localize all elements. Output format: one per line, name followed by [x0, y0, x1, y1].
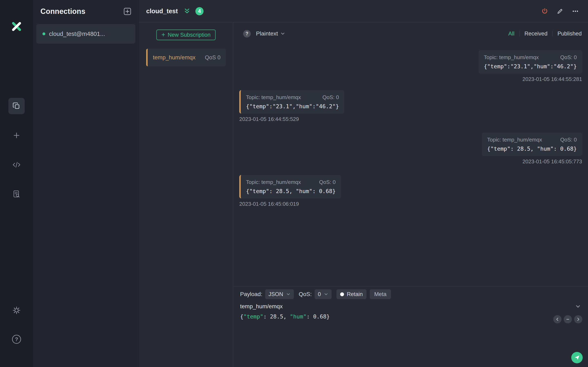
message-card: Topic: temp_hum/emqx QoS: 0 {"temp": 28.…: [239, 175, 341, 198]
connections-panel: Connections cloud_test@m4801...: [33, 0, 139, 367]
message-card-header: Topic: temp_hum/emqx QoS: 0: [246, 94, 339, 100]
message-card-header: Topic: temp_hum/emqx QoS: 0: [246, 179, 336, 185]
chevron-down-icon: [280, 31, 285, 36]
retain-toggle[interactable]: Retain: [337, 289, 366, 299]
payload-format-value: JSON: [268, 291, 283, 298]
message-topic: Topic: temp_hum/emqx: [246, 179, 301, 185]
filter-all[interactable]: All: [508, 31, 515, 37]
nav-items: [8, 98, 25, 202]
topic-input[interactable]: temp_hum/emqx: [240, 303, 283, 310]
page-title: cloud_test: [146, 8, 178, 15]
qos-value: 0: [318, 291, 321, 298]
message-topic: Topic: temp_hum/emqx: [484, 54, 539, 60]
topic-row: temp_hum/emqx: [240, 303, 581, 310]
message-payload: {"temp": 28.5, "hum": 0.68}: [246, 188, 336, 194]
retain-indicator-icon: [340, 292, 344, 296]
payload-text: : 0.68}: [306, 313, 330, 320]
nav-help-button[interactable]: [8, 331, 25, 347]
nav-connections-button[interactable]: [8, 98, 25, 114]
double-chevron-down-icon: [183, 8, 190, 15]
nav-script-button[interactable]: [8, 157, 25, 173]
meta-button[interactable]: Meta: [370, 289, 391, 299]
send-button[interactable]: [571, 352, 583, 363]
filter-divider: [552, 31, 553, 36]
chevron-down-icon: [324, 292, 328, 296]
edit-connection-button[interactable]: [557, 8, 563, 15]
message-qos: QoS: 0: [560, 137, 577, 143]
qos-label: QoS:: [299, 291, 312, 298]
add-connection-button[interactable]: [123, 8, 131, 15]
filter-received[interactable]: Received: [525, 31, 548, 37]
main-header: cloud_test 4: [139, 0, 588, 22]
connection-list-item[interactable]: cloud_test@m4801...: [36, 24, 135, 44]
minus-icon: [566, 317, 570, 322]
connections-icon: [12, 101, 21, 110]
arrow-right-icon: [576, 317, 580, 322]
message-card: Topic: temp_hum/emqx QoS: 0 {"temp":"23.…: [479, 50, 582, 74]
nav-settings-button[interactable]: [8, 302, 25, 318]
qos-select[interactable]: 0: [315, 289, 332, 299]
message-format-dropdown[interactable]: Plaintext: [256, 30, 285, 37]
new-subscription-button[interactable]: + New Subscription: [156, 30, 216, 40]
subscriptions-column: + New Subscription temp_hum/emqx QoS 0: [139, 22, 233, 367]
payload-text: {: [240, 313, 243, 320]
message-card: Topic: temp_hum/emqx QoS: 0 {"temp": 28.…: [482, 133, 582, 156]
connections-title: Connections: [40, 7, 85, 16]
mqttx-logo: [8, 18, 25, 35]
message-timestamp: 2023-01-05 16:45:06:019: [239, 201, 299, 207]
disconnect-button[interactable]: [541, 8, 548, 15]
filter-divider: [519, 31, 520, 36]
message-card-header: Topic: temp_hum/emqx QoS: 0: [484, 54, 577, 60]
message-timestamp: 2023-01-05 16:45:05:773: [522, 158, 582, 165]
payload-help-icon[interactable]: [243, 30, 251, 38]
subscription-topic: temp_hum/emqx: [153, 54, 201, 61]
more-options-button[interactable]: [572, 8, 579, 15]
app-window: Connections cloud_test@m4801... cloud_te…: [0, 0, 588, 367]
nav-log-button[interactable]: [8, 186, 25, 202]
help-icon: [12, 335, 21, 344]
publish-controls: Payload: JSON QoS: 0: [240, 289, 581, 299]
payload-editor[interactable]: {"temp": 28.5, "hum": 0.68}: [240, 313, 581, 321]
payload-text: : 28.5,: [263, 313, 290, 320]
message-qos: QoS: 0: [560, 54, 577, 60]
subscription-qos: QoS 0: [205, 54, 221, 61]
message-timestamp: 2023-01-05 16:44:55:281: [522, 76, 582, 82]
clear-payload-button[interactable]: [564, 315, 572, 323]
message-payload: {"temp":"23.1","hum":"46.2"}: [246, 103, 339, 109]
left-nav-rail: [0, 0, 33, 367]
expand-connection-button[interactable]: [183, 8, 190, 15]
payload-format-select[interactable]: JSON: [265, 289, 294, 299]
messages-toolbar: Plaintext All Received Published: [233, 22, 588, 45]
message-card: Topic: temp_hum/emqx QoS: 0 {"temp":"23.…: [239, 90, 344, 114]
previous-payload-button[interactable]: [553, 315, 562, 323]
message-qos: QoS: 0: [319, 179, 336, 185]
plus-icon: [12, 131, 21, 140]
message-topic: Topic: temp_hum/emqx: [246, 94, 301, 100]
subscription-item[interactable]: temp_hum/emqx QoS 0: [146, 49, 226, 66]
message-format-value: Plaintext: [256, 30, 278, 37]
message-list: Topic: temp_hum/emqx QoS: 0 {"temp":"23.…: [233, 45, 588, 286]
pencil-icon: [557, 8, 563, 15]
nav-new-connection-button[interactable]: [8, 127, 25, 143]
message-received: Topic: temp_hum/emqx QoS: 0 {"temp":"23.…: [239, 90, 582, 122]
nav-bottom-items: [8, 302, 25, 347]
arrow-left-icon: [555, 317, 560, 322]
next-payload-button[interactable]: [574, 315, 582, 323]
message-count-badge: 4: [195, 7, 204, 15]
chevron-down-icon: [286, 292, 291, 296]
main-body: + New Subscription temp_hum/emqx QoS 0 P…: [139, 22, 588, 367]
gear-icon: [12, 306, 21, 315]
message-payload: {"temp": 28.5, "hum": 0.68}: [487, 146, 577, 152]
publish-panel: Payload: JSON QoS: 0: [233, 286, 588, 367]
collapse-editor-button[interactable]: [575, 304, 581, 309]
header-actions: [541, 8, 579, 15]
plus-square-icon: [123, 8, 131, 15]
filter-published[interactable]: Published: [557, 31, 582, 37]
log-icon: [12, 190, 21, 199]
plus-icon: +: [162, 31, 165, 38]
paper-plane-icon: [574, 355, 580, 360]
power-icon: [541, 8, 548, 15]
message-payload: {"temp":"23.1","hum":"46.2"}: [484, 63, 577, 69]
message-published: Topic: temp_hum/emqx QoS: 0 {"temp": 28.…: [239, 133, 582, 165]
message-published: Topic: temp_hum/emqx QoS: 0 {"temp":"23.…: [239, 50, 582, 82]
